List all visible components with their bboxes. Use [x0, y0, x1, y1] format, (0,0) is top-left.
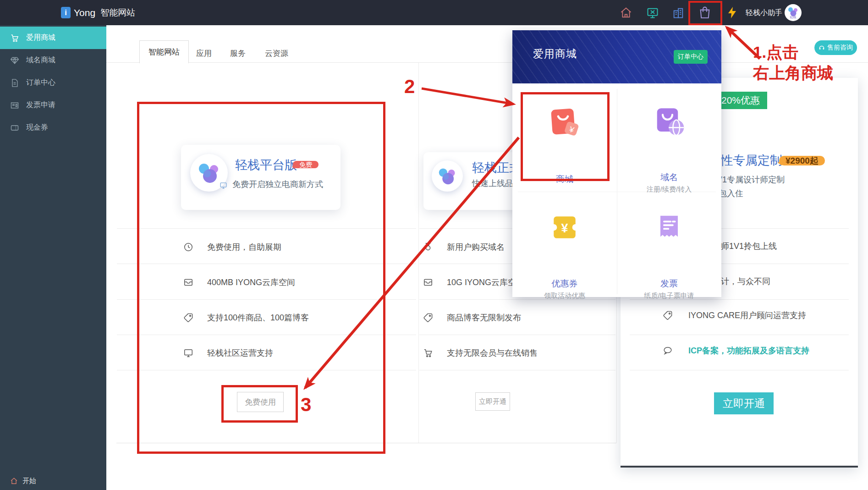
- row-divider: [117, 264, 416, 264]
- button-label: 立即开通: [479, 397, 506, 406]
- item-label: 商城: [512, 173, 617, 185]
- sidebar-item-label: 域名商城: [26, 55, 55, 65]
- user-avatar[interactable]: 轻栈: [785, 4, 802, 21]
- column-divider-1: [418, 63, 419, 443]
- app-screen: 智能网站 应用 服务 云资源 售前咨询 轻栈平台版 免费 免费开启独立电商新方式: [0, 0, 868, 490]
- tag-icon: [423, 313, 433, 323]
- invoice-receipt-icon: [652, 210, 687, 245]
- sidebar-item-cash-coupon[interactable]: 现金券: [0, 116, 106, 139]
- feature-text: 支持100件商品、100篇博客: [207, 312, 309, 323]
- feature-text: 免费使用，自助展期: [207, 242, 281, 253]
- lightning-icon: [728, 6, 737, 19]
- annotation-step2: 2: [404, 76, 415, 97]
- monitor-icon: [220, 182, 227, 189]
- sidebar-item-label: 爱用商城: [26, 33, 55, 43]
- sidebar-item-orders[interactable]: 订单中心: [0, 72, 106, 94]
- feature-text: 400MB IYONG云库空间: [207, 277, 295, 288]
- svg-text:¥: ¥: [561, 221, 568, 235]
- qingzhan-logo-icon: [432, 160, 463, 192]
- annotation-step1-line1: 1.点击: [753, 44, 798, 61]
- design-monitor-icon[interactable]: [646, 6, 659, 19]
- sidebar-item-label: 发票申请: [26, 100, 55, 110]
- arrow-step1: [727, 28, 760, 59]
- row-divider: [117, 299, 416, 300]
- buildings-icon[interactable]: [672, 6, 685, 19]
- assistant-label[interactable]: 轻栈小助手: [746, 8, 782, 18]
- tab-services[interactable]: 服务: [230, 48, 246, 59]
- mall-bag-icon: ¥: [545, 103, 584, 141]
- sidebar-item-mall[interactable]: 爱用商城: [0, 27, 106, 49]
- row-divider: [117, 228, 416, 229]
- clock-icon: [183, 242, 193, 252]
- free-badge: 免费: [293, 161, 319, 168]
- plan-title: 轻栈平台版: [235, 157, 297, 173]
- top-navbar: i Yong 智能网站 轻栈小助手 轻栈: [0, 0, 868, 25]
- invoice-icon: [10, 101, 19, 110]
- plan-title: 性专属定制: [720, 152, 782, 169]
- tab-apps[interactable]: 应用: [196, 48, 212, 59]
- home-icon[interactable]: [620, 6, 632, 19]
- row-divider: [117, 370, 416, 370]
- logo-i-mark: i: [61, 7, 71, 18]
- feature-text: 商品博客无限制发布: [447, 312, 521, 323]
- chat-bubble-icon: [663, 346, 673, 356]
- plan-subtitle-line1: V1专属设计师定制: [717, 174, 785, 185]
- plan-subtitle: 快速上线品: [472, 178, 513, 189]
- medal-icon: [423, 242, 433, 252]
- feature-text: 师1V1拎包上线: [721, 241, 777, 252]
- activate-now-button[interactable]: 立即开通: [714, 392, 774, 414]
- shopping-bag-icon[interactable]: [698, 5, 712, 20]
- free-use-button[interactable]: 免费使用: [237, 392, 284, 412]
- presale-button[interactable]: 售前咨询: [814, 40, 857, 55]
- sidebar-item-label: 订单中心: [26, 78, 55, 88]
- item-sublabel: 领取活动优惠: [512, 292, 617, 300]
- button-label: 免费使用: [245, 397, 276, 407]
- feature-text: 新用户购买域名: [447, 242, 505, 253]
- discount-badge: 20%优惠: [714, 92, 767, 109]
- row-divider: [630, 370, 849, 370]
- dropdown-item-mall[interactable]: ¥ 商城: [512, 88, 617, 192]
- button-label: 订单中心: [678, 53, 703, 61]
- tab-label: 智能网站: [148, 47, 180, 57]
- annotation-step3: 3: [301, 394, 311, 415]
- dropdown-item-invoice[interactable]: 发票 纸质/电子票申请: [617, 192, 721, 297]
- footer-label: 开始: [22, 477, 36, 485]
- row-divider: [419, 335, 615, 335]
- domain-globe-icon: [650, 103, 688, 141]
- dropdown-title: 爱用商城: [533, 47, 577, 61]
- feature-text: 支持无限会员与在线销售: [447, 347, 538, 358]
- dropdown-item-domain[interactable]: 域名 注册/续费/转入: [617, 88, 721, 192]
- plan-subtitle-line2: 包入住: [719, 188, 743, 199]
- feature-text-highlight: ICP备案，功能拓展及多语言支持: [688, 345, 809, 356]
- arrow-step2: [422, 88, 513, 104]
- row-divider: [630, 335, 849, 335]
- dropdown-item-coupon[interactable]: ¥ 优惠券 领取活动优惠: [512, 192, 617, 297]
- sidebar-footer-start[interactable]: 开始: [10, 477, 36, 485]
- coupon-icon: ¥: [547, 210, 582, 245]
- item-label: 域名: [617, 171, 721, 183]
- sidebar-item-domain-mall[interactable]: 域名商城: [0, 49, 106, 72]
- feature-text: 计，与众不同: [721, 276, 770, 287]
- cart-icon: [423, 348, 433, 358]
- mall-dropdown-panel: 爱用商城 订单中心 ¥ 商城 域: [512, 30, 721, 297]
- tabbar-divider: [106, 62, 868, 63]
- envelope-icon: [423, 277, 433, 287]
- presale-label: 售前咨询: [827, 44, 853, 52]
- sidebar-item-invoice[interactable]: 发票申请: [0, 94, 106, 116]
- plan-subtitle: 免费开启独立电商新方式: [232, 179, 323, 190]
- feature-text: 10G IYONG云库空: [447, 277, 516, 288]
- tab-smart-site[interactable]: 智能网站: [139, 40, 189, 63]
- sidebar-item-label: 现金券: [26, 123, 48, 132]
- plan-card-platform[interactable]: 轻栈平台版 免费 免费开启独立电商新方式: [181, 145, 341, 210]
- row-divider: [419, 370, 615, 370]
- tag-icon: [663, 310, 673, 320]
- button-label: 立即开通: [723, 396, 765, 411]
- document-icon: [10, 78, 19, 88]
- gem-icon: [10, 56, 19, 65]
- cart-icon: [10, 33, 19, 43]
- activate-now-button[interactable]: 立即开通: [475, 392, 510, 411]
- item-sublabel: 纸质/电子票申请: [617, 292, 721, 300]
- tab-cloud[interactable]: 云资源: [265, 48, 288, 59]
- order-center-button[interactable]: 订单中心: [674, 50, 708, 64]
- monitor-icon: [183, 348, 193, 358]
